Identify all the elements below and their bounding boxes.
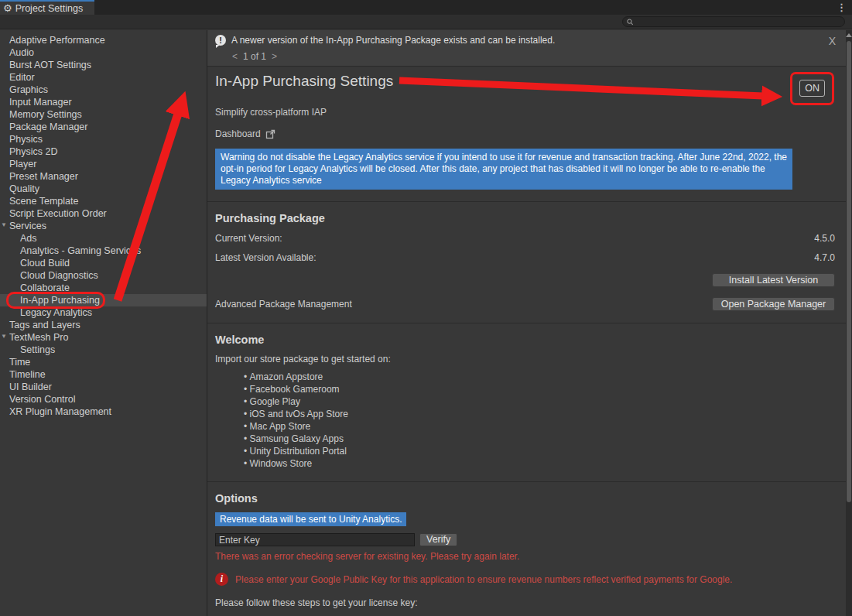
store-list-item: Windows Store: [244, 457, 835, 470]
welcome-intro: Import our store package to get started …: [215, 354, 835, 364]
google-key-error-text: Please enter your Google Public Key for …: [235, 574, 732, 585]
sidebar-item-adaptive-performance[interactable]: Adaptive Performance: [0, 34, 207, 46]
gear-icon: ⚙: [3, 3, 12, 13]
sidebar-item-label: Services: [9, 221, 46, 231]
sidebar-item-analytics-gaming-services[interactable]: Analytics - Gaming Services: [0, 245, 207, 257]
vertical-scrollbar[interactable]: [846, 30, 852, 616]
sidebar-item-physics[interactable]: Physics: [0, 133, 207, 145]
current-version-label: Current Version:: [215, 233, 282, 244]
sidebar-item-xr-plugin-management[interactable]: XR Plugin Management: [0, 406, 207, 418]
store-list-item: Mac App Store: [244, 420, 835, 433]
pagination-label: 1 of 1: [243, 51, 266, 62]
sidebar-item-tags-and-layers[interactable]: Tags and Layers: [0, 319, 207, 331]
sidebar-item-audio[interactable]: Audio: [0, 46, 207, 59]
search-box[interactable]: [622, 16, 845, 27]
sidebar-divider: [207, 30, 207, 616]
scroll-up-icon[interactable]: [846, 33, 852, 37]
sidebar-item-textmesh-pro[interactable]: ▼TextMesh Pro: [0, 331, 207, 344]
pagination-prev-icon[interactable]: <: [232, 51, 238, 62]
section-divider: [207, 201, 846, 202]
sidebar-item-legacy-analytics[interactable]: Legacy Analytics: [0, 306, 207, 319]
store-list-item: iOS and tvOs App Store: [244, 408, 835, 420]
expander-triangle-icon[interactable]: ▼: [1, 334, 7, 340]
analytics-note-chip: Revenue data will be sent to Unity Analy…: [215, 512, 406, 526]
store-list-item: Unity Distribution Portal: [244, 445, 835, 457]
dashboard-link[interactable]: Dashboard: [215, 128, 835, 139]
main-content: In-App Purchasing Settings ON Simplify c…: [207, 67, 846, 616]
external-link-icon: [265, 129, 275, 139]
sidebar-item-preset-manager[interactable]: Preset Manager: [0, 170, 207, 183]
sidebar-item-in-app-purchasing[interactable]: In-App Purchasing: [0, 294, 207, 306]
sidebar-item-ads[interactable]: Ads: [0, 232, 207, 245]
section-divider: [207, 323, 846, 323]
settings-sidebar: Adaptive Performance Audio Burst AOT Set…: [0, 30, 207, 616]
sidebar-item-editor[interactable]: Editor: [0, 71, 207, 84]
window-titlebar: ⚙ Project Settings ⋮: [0, 0, 852, 15]
banner-pagination: < 1 of 1 >: [215, 51, 838, 62]
iap-subtitle: Simplify cross-platform IAP: [215, 107, 835, 118]
store-list-item: Amazon Appstore: [244, 371, 835, 383]
verify-button[interactable]: Verify: [419, 533, 457, 546]
store-list-item: Samsung Galaxy Apps: [244, 433, 835, 445]
sidebar-item-burst-aot-settings[interactable]: Burst AOT Settings: [0, 59, 207, 71]
legacy-analytics-warning: Warning do not disable the Legacy Analyt…: [215, 149, 792, 190]
latest-version-value: 4.7.0: [814, 252, 835, 263]
install-latest-version-button[interactable]: Install Latest Version: [712, 273, 835, 287]
banner-message: A newer version of the In-App Purchasing…: [231, 35, 555, 46]
page-title: In-App Purchasing Settings: [215, 73, 393, 90]
sidebar-item-package-manager[interactable]: Package Manager: [0, 121, 207, 133]
body-area: Adaptive Performance Audio Burst AOT Set…: [0, 30, 852, 616]
sidebar-item-timeline[interactable]: Timeline: [0, 368, 207, 381]
sidebar-item-quality[interactable]: Quality: [0, 183, 207, 195]
store-list-item: Facebook Gameroom: [244, 383, 835, 395]
latest-version-label: Latest Version Available:: [215, 252, 317, 263]
iap-toggle-button[interactable]: ON: [799, 80, 825, 97]
banner-close-icon[interactable]: X: [829, 35, 836, 47]
pagination-next-icon[interactable]: >: [272, 51, 277, 62]
sidebar-item-textmesh-settings[interactable]: Settings: [0, 344, 207, 356]
google-key-input[interactable]: [215, 533, 415, 546]
search-icon: [627, 19, 634, 26]
sidebar-item-cloud-diagnostics[interactable]: Cloud Diagnostics: [0, 269, 207, 282]
sidebar-item-memory-settings[interactable]: Memory Settings: [0, 108, 207, 121]
dashboard-link-label: Dashboard: [215, 128, 261, 139]
sidebar-item-cloud-build[interactable]: Cloud Build: [0, 257, 207, 269]
tab-project-settings[interactable]: ⚙ Project Settings: [0, 0, 94, 15]
steps-intro: Please follow these steps to get your li…: [215, 597, 835, 608]
scrollbar-thumb[interactable]: [847, 41, 851, 502]
section-divider: [207, 481, 846, 482]
sidebar-item-graphics[interactable]: Graphics: [0, 84, 207, 96]
sidebar-item-player[interactable]: Player: [0, 158, 207, 170]
expander-triangle-icon[interactable]: ▼: [1, 222, 7, 228]
toolbar: [0, 15, 852, 29]
options-heading: Options: [215, 492, 835, 505]
kebab-menu-icon[interactable]: ⋮: [837, 2, 847, 13]
sidebar-item-label: TextMesh Pro: [9, 332, 68, 343]
sidebar-item-input-manager[interactable]: Input Manager: [0, 96, 207, 108]
sidebar-item-script-execution-order[interactable]: Script Execution Order: [0, 207, 207, 220]
sidebar-item-services[interactable]: ▼Services: [0, 220, 207, 232]
search-input[interactable]: [637, 16, 840, 27]
purchasing-package-heading: Purchasing Package: [215, 212, 835, 224]
sidebar-item-label: In-App Purchasing: [20, 295, 100, 306]
store-list: Amazon Appstore Facebook Gameroom Google…: [215, 371, 835, 470]
store-list-item: Google Play: [244, 395, 835, 408]
iap-toggle-wrap: ON: [799, 80, 825, 97]
sidebar-item-scene-template[interactable]: Scene Template: [0, 195, 207, 207]
sidebar-item-physics-2d[interactable]: Physics 2D: [0, 145, 207, 158]
info-bubble-icon: !: [215, 35, 226, 46]
sidebar-item-collaborate[interactable]: Collaborate: [0, 282, 207, 294]
sidebar-item-ui-builder[interactable]: UI Builder: [0, 381, 207, 393]
tab-title: Project Settings: [15, 3, 84, 14]
open-package-manager-button[interactable]: Open Package Manager: [712, 297, 835, 311]
current-version-value: 4.5.0: [814, 233, 835, 244]
sidebar-item-time[interactable]: Time: [0, 356, 207, 368]
server-error-text: There was an error checking server for e…: [215, 551, 835, 562]
sidebar-item-version-control[interactable]: Version Control: [0, 393, 207, 406]
settings-main-panel: ! A newer version of the In-App Purchasi…: [207, 30, 846, 616]
advanced-package-management-label: Advanced Package Management: [215, 299, 352, 310]
update-notification-banner: ! A newer version of the In-App Purchasi…: [207, 30, 846, 67]
error-info-icon: i: [215, 573, 228, 586]
welcome-heading: Welcome: [215, 334, 835, 346]
